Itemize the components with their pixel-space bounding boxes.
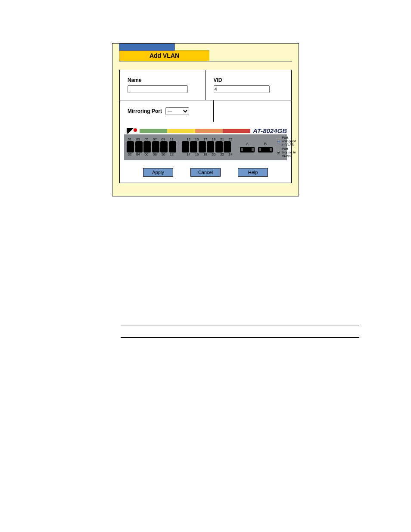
port-labels-bottom: 020406081012 141618202224 [127,152,234,156]
port-20[interactable] [207,147,214,152]
divider-1 [121,326,359,326]
radio-tagged-icon[interactable] [277,151,280,155]
port-24[interactable] [224,147,231,152]
legend: Port untagged in VLAN Port tagged in VLA… [277,136,297,158]
port-08[interactable] [152,147,159,152]
port-12[interactable] [169,147,176,152]
port-18[interactable] [199,147,206,152]
name-label: Name [128,77,198,83]
mirroring-cell: Mirroring Port — [120,100,213,122]
logo-dot-icon [134,128,137,132]
title-bar: Add VLAN [119,50,292,62]
port-14[interactable] [182,147,189,152]
add-vlan-panel: Add VLAN Name VID Mirroring Port — [112,43,299,196]
port-06[interactable] [143,147,151,152]
panel-tab [119,44,175,51]
port-labels-top: 010305070911 131517192123 [127,137,234,141]
port-16[interactable] [190,147,197,152]
legend-tagged: Port tagged in VLAN [282,147,297,158]
port-02[interactable] [127,147,134,152]
uplink-a-label: A [246,142,249,146]
radio-untagged-icon[interactable] [277,140,280,143]
vid-label: VID [214,77,284,83]
cancel-button[interactable]: Cancel [190,168,221,177]
divider-2 [121,337,359,338]
vid-cell: VID [206,70,292,100]
name-input[interactable] [128,85,188,93]
uplink-a[interactable] [240,147,255,152]
help-button[interactable]: Help [238,168,268,177]
mirroring-port-select[interactable]: — [165,107,189,115]
port-10[interactable] [160,147,168,152]
apply-button[interactable]: Apply [143,168,173,177]
uplink-b[interactable] [258,147,273,152]
button-row: Apply Cancel Help [120,160,291,183]
port-04[interactable] [135,147,143,152]
legend-untagged: Port untagged in VLAN [282,136,297,146]
uplink-b-label: B [264,142,267,146]
mirroring-port-label: Mirroring Port [128,108,162,114]
page-title: Add VLAN [119,50,209,61]
blank-cell [213,100,292,122]
name-cell: Name [120,70,206,100]
switch-diagram: AT-8024GB 010305070911 131517192123 [124,127,287,160]
device-model: AT-8024GB [253,127,287,134]
port-22[interactable] [215,147,223,152]
vid-input[interactable] [214,85,270,93]
form-card: Name VID Mirroring Port — [119,70,292,183]
